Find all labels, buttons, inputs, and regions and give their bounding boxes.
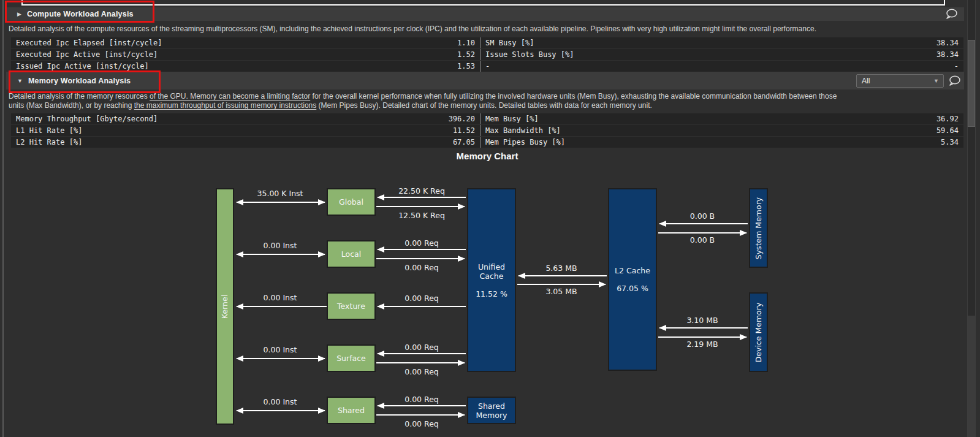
table-row: Issued Ipc Active [inst/cycle]1.53 -- [11, 61, 963, 72]
edge-label-texture-read: 0.00 Req [376, 294, 468, 303]
edge-label-l2-to-unified: 5.63 MB [515, 264, 607, 273]
comment-bubble-icon[interactable] [944, 8, 959, 20]
metric-label: Issued Ipc Active [inst/cycle] [16, 61, 149, 72]
node-hit-rate: 11.52 % [476, 289, 507, 298]
edge-label-devmem-to-l2: 3.10 MB [656, 316, 748, 325]
dropdown-selected-value: All [857, 77, 933, 85]
chart-node-device-memory: Device Memory [749, 292, 768, 372]
memory-chart-title: Memory Chart [11, 151, 963, 161]
edge-label-kernel-surface: 0.00 Inst [234, 345, 326, 354]
memory-description: Detailed analysis of the memory resource… [9, 92, 960, 110]
node-label: Unified [478, 262, 505, 272]
metric-label: Mem Busy [%] [485, 113, 539, 124]
edge-label-global-write: 12.50 K Req [376, 211, 468, 220]
node-label: Texture [337, 302, 365, 311]
table-row: Memory Throughput [Gbyte/second]396.20 M… [11, 113, 963, 124]
node-label: Device Memory [754, 302, 763, 362]
node-label: Local [341, 249, 361, 259]
chart-node-shared-memory: Shared Memory [467, 397, 516, 424]
edge-label-l2-to-devmem: 2.19 MB [656, 340, 748, 349]
metric-value: 38.34 [936, 37, 959, 48]
previous-section-focus-outline [21, 0, 945, 6]
metric-value: 1.53 [457, 61, 475, 72]
metric-label: Issue Slots Busy [%] [485, 49, 574, 60]
metric-value: 59.64 [936, 125, 959, 136]
metric-value: 38.34 [936, 49, 959, 60]
comment-bubble-icon[interactable] [948, 75, 962, 87]
metric-value: 67.05 [453, 137, 475, 148]
node-label: Cache [480, 272, 504, 281]
section-title: Memory Workload Analysis [28, 77, 131, 85]
compute-description: Detailed analysis of the compute resourc… [9, 25, 960, 34]
chart-node-surface: Surface [327, 344, 376, 372]
chart-node-texture: Texture [327, 292, 376, 320]
chevron-down-icon: ▼ [933, 78, 943, 84]
section-title: Compute Workload Analysis [27, 10, 134, 18]
node-label: Memory [476, 411, 507, 420]
edge-label-surface-read: 0.00 Req [376, 343, 468, 352]
metric-label: - [485, 61, 490, 72]
metric-value: 1.10 [457, 37, 475, 48]
edge-label-kernel-global: 35.00 K Inst [234, 189, 326, 198]
chart-node-system-memory: System Memory [749, 188, 768, 268]
metric-label: Mem Pipes Busy [%] [485, 137, 565, 148]
table-row: L1 Hit Rate [%]11.52 Max Bandwidth [%]59… [11, 125, 963, 136]
metric-label: Executed Ipc Active [inst/cycle] [16, 49, 158, 60]
edge-label-shared-write: 0.00 Req [376, 419, 468, 428]
panel-left-edge [2, 0, 4, 437]
edge-label-kernel-texture: 0.00 Inst [234, 293, 326, 302]
chart-node-kernel: Kernel [216, 188, 234, 425]
edge-label-unified-to-l2: 3.05 MB [515, 287, 607, 296]
table-row: Executed Ipc Elapsed [inst/cycle]1.10 SM… [11, 37, 963, 48]
edge-label-local-read: 0.00 Req [376, 238, 468, 248]
chart-node-unified-cache: Unified Cache 11.52 % [467, 188, 516, 372]
metric-label: L1 Hit Rate [%] [16, 125, 82, 136]
edge-label-l2-to-sysmem: 0.00 B [656, 235, 748, 245]
body-filter-dropdown[interactable]: All ▼ [856, 74, 944, 88]
profiler-details-page: ▶ Compute Workload Analysis Detailed ana… [0, 0, 980, 437]
metric-value: - [954, 61, 959, 72]
vertical-scrollbar-thumb-secondary[interactable] [968, 316, 975, 437]
desc-underlined-text: of the GPU. Memory can become a limiting… [150, 92, 310, 101]
desc-underlined-text: the maximum throughput of issuing memory… [134, 101, 316, 110]
desc-text: Detailed analysis of the memory resource… [9, 92, 150, 101]
metric-value: 396.20 [449, 113, 475, 124]
metric-label: Max Bandwidth [%] [485, 125, 561, 136]
node-hit-rate: 67.05 % [617, 284, 648, 293]
vertical-scrollbar-thumb[interactable] [968, 40, 975, 127]
memory-description-line2: units (Max Bandwidth), or by reaching th… [9, 101, 960, 110]
metric-label: SM Busy [%] [485, 37, 534, 48]
edge-label-shared-read: 0.00 Req [376, 395, 468, 404]
section-header-compute-workload[interactable]: ▶ Compute Workload Analysis [6, 7, 964, 21]
node-label: Shared [478, 401, 505, 411]
metric-value: 36.92 [936, 113, 959, 124]
edge-label-surface-write: 0.00 Req [376, 367, 468, 376]
node-label: Surface [336, 354, 366, 363]
desc-text: units (Max Bandwidth), or by reaching [9, 101, 134, 110]
metric-label: Memory Throughput [Gbyte/second] [16, 113, 158, 124]
edge-label-kernel-shared: 0.00 Inst [234, 397, 326, 406]
metric-label: Executed Ipc Elapsed [inst/cycle] [16, 37, 162, 48]
table-row: L2 Hit Rate [%]67.05 Mem Pipes Busy [%]5… [11, 137, 963, 148]
metric-value: 11.52 [453, 125, 475, 136]
collapse-arrow-icon[interactable]: ▼ [17, 78, 23, 84]
metric-value: 5.34 [941, 137, 959, 148]
table-row: Executed Ipc Active [inst/cycle]1.52 Iss… [11, 49, 963, 60]
edge-label-local-write: 0.00 Req [376, 263, 468, 272]
chart-node-local: Local [327, 240, 376, 268]
metric-label: L2 Hit Rate [%] [16, 137, 82, 148]
node-label: Shared [338, 406, 365, 415]
collapse-arrow-icon[interactable]: ▶ [17, 11, 21, 17]
metric-value: 1.52 [457, 49, 475, 60]
desc-text: for the overall kernel performance when … [310, 92, 837, 101]
desc-text: (Mem Pipes Busy). Detailed chart of the … [316, 101, 652, 110]
section-header-memory-workload[interactable]: ▼ Memory Workload Analysis [6, 72, 964, 89]
edge-label-global-read: 22.50 K Req [376, 186, 468, 196]
chart-node-shared: Shared [327, 397, 376, 424]
chart-node-l2-cache: L2 Cache 67.05 % [608, 188, 657, 371]
memory-description-line1: Detailed analysis of the memory resource… [9, 92, 960, 101]
node-label: Global [339, 197, 363, 207]
edge-label-kernel-local: 0.00 Inst [234, 241, 326, 250]
edge-label-sysmem-to-l2: 0.00 B [656, 211, 748, 221]
chart-node-global: Global [327, 188, 376, 216]
